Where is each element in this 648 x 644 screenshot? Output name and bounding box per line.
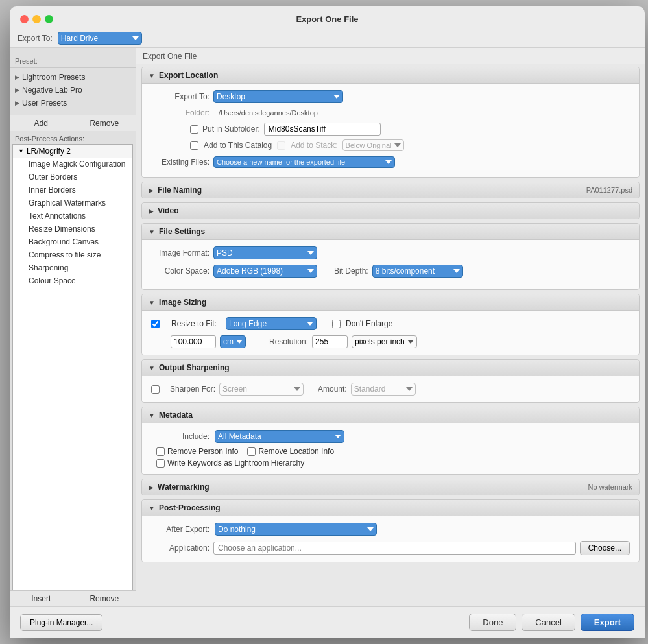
- remove-pp-button[interactable]: Remove: [73, 591, 136, 606]
- plugin-manager-button[interactable]: Plug-in Manager...: [20, 614, 102, 631]
- pp-item-background-canvas[interactable]: Background Canvas: [13, 235, 132, 248]
- footer: Plug-in Manager... Done Cancel Export: [10, 606, 645, 638]
- traffic-lights: [20, 15, 53, 23]
- pp-group-lr-mogrify[interactable]: ▼ LR/Mogrify 2: [13, 145, 132, 158]
- cancel-button[interactable]: Cancel: [522, 614, 575, 631]
- after-export-row: After Export: Do nothing: [151, 523, 630, 536]
- section-header-watermarking[interactable]: ▶ Watermarking No watermark: [142, 479, 639, 495]
- title-bar: Export One File: [10, 6, 645, 29]
- chevron-down-icon: ▼: [149, 364, 155, 372]
- existing-files-row: Existing Files: Choose a new name for th…: [151, 156, 630, 168]
- chevron-down-icon: ▼: [149, 299, 155, 306]
- application-input[interactable]: [213, 542, 576, 555]
- after-export-select[interactable]: Do nothing: [215, 523, 377, 536]
- section-file-settings: ▼ File Settings Image Format: PSD Color …: [141, 223, 640, 290]
- sidebar: Preset: ▶ Lightroom Presets ▶ Negative L…: [10, 48, 136, 606]
- section-metadata: ▼ Metadata Include: All Metadata: [141, 407, 640, 475]
- export-to-select[interactable]: Desktop: [213, 90, 343, 103]
- pp-item-inner-borders[interactable]: Inner Borders: [13, 184, 132, 197]
- resize-unit-select[interactable]: cm: [220, 335, 246, 348]
- dialog-title: Export One File: [296, 14, 358, 24]
- color-space-select[interactable]: Adobe RGB (1998): [213, 265, 317, 278]
- resolution-input[interactable]: [312, 335, 348, 348]
- section-header-file-naming[interactable]: ▶ File Naming PA011277.psd: [142, 182, 639, 198]
- sidebar-item-label: Negative Lab Pro: [22, 86, 82, 95]
- section-title-export-location: Export Location: [159, 71, 218, 80]
- add-catalog-label: Add to This Catalog: [204, 141, 272, 150]
- close-button[interactable]: [20, 15, 29, 23]
- pp-item-graphical-watermarks[interactable]: Graphical Watermarks: [13, 197, 132, 209]
- section-title-image-sizing: Image Sizing: [159, 298, 206, 307]
- minimize-button[interactable]: [32, 15, 41, 23]
- image-format-select[interactable]: PSD: [213, 246, 317, 259]
- add-stack-checkbox[interactable]: [277, 141, 285, 150]
- pp-item-sharpening[interactable]: Sharpening: [13, 261, 132, 274]
- zoom-button[interactable]: [45, 15, 53, 23]
- export-to-label: Export To:: [151, 92, 210, 101]
- export-button[interactable]: Export: [581, 614, 634, 631]
- done-button[interactable]: Done: [469, 614, 516, 631]
- amount-select[interactable]: Standard: [351, 383, 416, 396]
- add-stack-label: Add to Stack:: [291, 141, 337, 150]
- preset-list: ▶ Lightroom Presets ▶ Negative Lab Pro ▶…: [10, 68, 136, 112]
- remove-person-checkbox[interactable]: [156, 447, 165, 456]
- section-body-image-sizing: Resize to Fit: Long Edge Don't Enlarge c…: [142, 311, 639, 355]
- pp-item-image-magick[interactable]: Image Magick Configuration: [13, 158, 132, 171]
- export-to-dropdown[interactable]: Hard Drive: [58, 32, 142, 45]
- existing-files-select[interactable]: Choose a new name for the exported file: [213, 156, 395, 168]
- section-header-output-sharpening[interactable]: ▼ Output Sharpening: [142, 360, 639, 376]
- remove-person-label: Remove Person Info: [167, 447, 238, 456]
- below-original-select[interactable]: Below Original: [342, 139, 404, 151]
- add-catalog-checkbox[interactable]: [190, 141, 198, 150]
- section-header-post-processing[interactable]: ▼ Post-Processing: [142, 500, 639, 516]
- remove-person-item: Remove Person Info: [156, 447, 238, 456]
- resolution-unit-select[interactable]: pixels per inch: [352, 335, 417, 348]
- pp-group-label: LR/Mogrify 2: [27, 147, 71, 156]
- section-watermarking: ▶ Watermarking No watermark: [141, 479, 640, 495]
- sharpen-for-checkbox[interactable]: [151, 385, 160, 394]
- section-header-image-sizing[interactable]: ▼ Image Sizing: [142, 294, 639, 311]
- section-image-sizing: ▼ Image Sizing Resize to Fit: Long Edge …: [141, 294, 640, 355]
- dont-enlarge-checkbox[interactable]: [332, 320, 341, 328]
- section-header-file-settings[interactable]: ▼ File Settings: [142, 224, 639, 240]
- image-format-row: Image Format: PSD: [151, 246, 630, 259]
- pp-item-outer-borders[interactable]: Outer Borders: [13, 171, 132, 184]
- pp-item-compress-file-size[interactable]: Compress to file size: [13, 248, 132, 261]
- resize-type-select[interactable]: Long Edge: [226, 317, 317, 330]
- section-header-metadata[interactable]: ▼ Metadata: [142, 407, 639, 423]
- section-header-export-location[interactable]: ▼ Export Location: [142, 67, 639, 84]
- remove-location-item: Remove Location Info: [247, 447, 334, 456]
- bit-depth-select[interactable]: 8 bits/component: [372, 265, 463, 278]
- resize-value-row: cm Resolution: pixels per inch: [151, 335, 630, 348]
- sidebar-item-lightroom-presets[interactable]: ▶ Lightroom Presets: [10, 71, 136, 84]
- section-title-metadata: Metadata: [159, 411, 193, 420]
- chevron-right-icon: ▶: [149, 484, 154, 491]
- pp-item-text-annotations[interactable]: Text Annotations: [13, 209, 132, 222]
- section-body-file-settings: Image Format: PSD Color Space: Adobe RGB…: [142, 240, 639, 289]
- resize-to-fit-checkbox[interactable]: [151, 320, 160, 328]
- subfolder-checkbox[interactable]: [190, 125, 198, 134]
- section-video: ▶ Video: [141, 202, 640, 219]
- write-keywords-checkbox[interactable]: [156, 459, 165, 468]
- chevron-right-icon: ▶: [149, 187, 154, 194]
- remove-preset-button[interactable]: Remove: [73, 115, 136, 131]
- section-header-video[interactable]: ▶ Video: [142, 203, 639, 219]
- export-to-row: Export To: Desktop: [151, 90, 630, 103]
- folder-label: Folder:: [151, 108, 210, 117]
- sharpen-for-select[interactable]: Screen: [219, 383, 304, 396]
- section-file-naming: ▶ File Naming PA011277.psd: [141, 182, 640, 198]
- write-keywords-label: Write Keywords as Lightroom Hierarchy: [167, 459, 304, 468]
- add-preset-button[interactable]: Add: [10, 115, 73, 131]
- subfolder-input[interactable]: [264, 123, 381, 136]
- resize-value-input[interactable]: [171, 335, 216, 348]
- sidebar-item-negative-lab-pro[interactable]: ▶ Negative Lab Pro: [10, 84, 136, 97]
- sidebar-item-user-presets[interactable]: ▶ User Presets: [10, 97, 136, 110]
- choose-button[interactable]: Choose...: [580, 541, 630, 555]
- remove-location-checkbox[interactable]: [247, 447, 256, 456]
- include-select[interactable]: All Metadata: [215, 430, 344, 443]
- insert-pp-button[interactable]: Insert: [10, 591, 73, 606]
- section-title-file-settings: File Settings: [159, 227, 205, 236]
- pp-item-colour-space[interactable]: Colour Space: [13, 274, 132, 287]
- pp-item-resize-dimensions[interactable]: Resize Dimensions: [13, 222, 132, 235]
- chevron-down-icon: ▼: [18, 148, 24, 154]
